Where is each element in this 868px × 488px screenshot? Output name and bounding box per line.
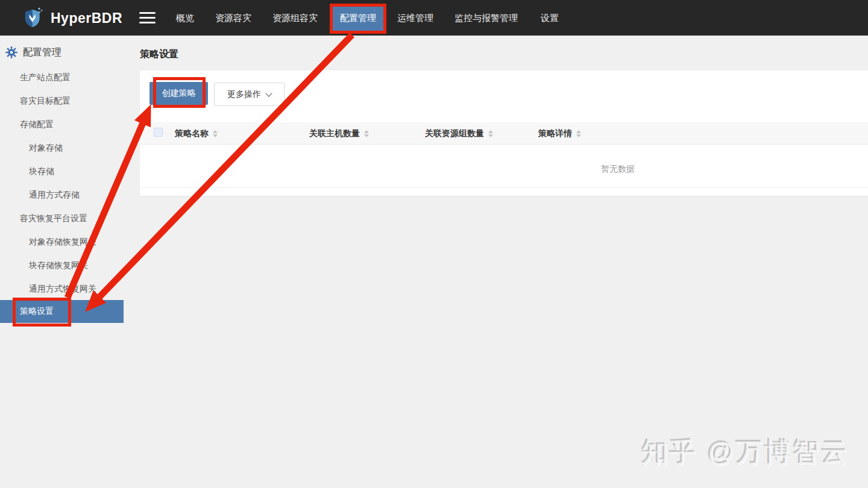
nav-item-settings[interactable]: 设置 (541, 0, 559, 36)
sidebar-item-policy-settings[interactable]: 策略设置 (0, 300, 124, 323)
nav-item-config-management[interactable]: 配置管理 (333, 5, 383, 31)
card-divider (140, 187, 868, 188)
create-policy-button[interactable]: 创建策略 (149, 82, 208, 105)
more-actions-button-label: 更多操作 (227, 89, 261, 100)
select-all-checkbox[interactable] (154, 128, 163, 137)
zhihu-watermark: 知乎 @万博智云 (642, 435, 850, 471)
nav-item-resource-group-dr[interactable]: 资源组容灾 (272, 0, 318, 36)
sidebar-item-object-storage[interactable]: 对象存储 (29, 142, 63, 154)
sidebar-item-production-site-config[interactable]: 生产站点配置 (20, 71, 71, 83)
sidebar-item-object-storage-recovery-gateway[interactable]: 对象存储恢复网关 (29, 236, 96, 248)
column-header-label: 关联主机数量 (309, 128, 360, 139)
nav-item-resource-dr[interactable]: 资源容灾 (215, 0, 251, 36)
sidebar-item-policy-settings-label: 策略设置 (20, 306, 54, 317)
sidebar-item-block-storage-recovery-gateway[interactable]: 块存储恢复网关 (29, 259, 88, 271)
sidebar-header-config-management[interactable]: 配置管理 (5, 46, 61, 59)
gear-icon (5, 46, 18, 59)
sidebar-header-label: 配置管理 (23, 46, 61, 59)
sidebar-item-block-storage[interactable]: 块存储 (29, 165, 54, 177)
nav-item-ops-management[interactable]: 运维管理 (397, 0, 433, 36)
table-header-row (140, 122, 868, 145)
nav-item-monitor-alarm-management[interactable]: 监控与报警管理 (454, 0, 518, 36)
sidebar-item-dr-platform-settings[interactable]: 容灾恢复平台设置 (20, 212, 87, 224)
brand-name: HyperBDR (51, 10, 122, 27)
create-policy-button-label: 创建策略 (162, 88, 196, 99)
sort-icon (488, 130, 493, 137)
column-header-policy-name[interactable]: 策略名称 (175, 122, 218, 145)
table-empty-text: 暂无数据 (601, 164, 635, 175)
chevron-down-icon (265, 90, 272, 96)
column-header-label: 关联资源组数量 (425, 128, 484, 139)
topbar: HyperBDR 概览 资源容灾 资源组容灾 配置管理 运维管理 监控与报警管理… (0, 0, 868, 36)
sort-icon (364, 130, 369, 137)
sidebar-item-dr-target-config[interactable]: 容灾目标配置 (20, 95, 71, 107)
nav-item-overview[interactable]: 概览 (176, 0, 194, 36)
column-header-linked-resource-groups[interactable]: 关联资源组数量 (425, 122, 493, 145)
annotation-arrow-to-create-policy (68, 122, 143, 298)
column-header-label: 策略详情 (538, 128, 572, 139)
app-window: HyperBDR 概览 资源容灾 资源组容灾 配置管理 运维管理 监控与报警管理… (0, 0, 868, 488)
column-header-label: 策略名称 (175, 128, 209, 139)
sort-icon (576, 130, 581, 137)
shield-logo-icon (23, 7, 43, 29)
sidebar-item-generic-recovery-gateway[interactable]: 通用方式恢复网关 (29, 283, 96, 295)
column-header-linked-hosts[interactable]: 关联主机数量 (309, 122, 369, 145)
menu-toggle-button[interactable] (139, 12, 156, 23)
sort-icon (213, 130, 218, 137)
sidebar-item-generic-storage[interactable]: 通用方式存储 (29, 189, 80, 201)
page-title: 策略设置 (140, 48, 178, 61)
column-header-policy-details[interactable]: 策略详情 (538, 122, 581, 145)
sidebar-item-storage-config[interactable]: 存储配置 (20, 118, 54, 130)
more-actions-button[interactable]: 更多操作 (214, 83, 285, 106)
brand-logo[interactable]: HyperBDR (23, 7, 122, 30)
